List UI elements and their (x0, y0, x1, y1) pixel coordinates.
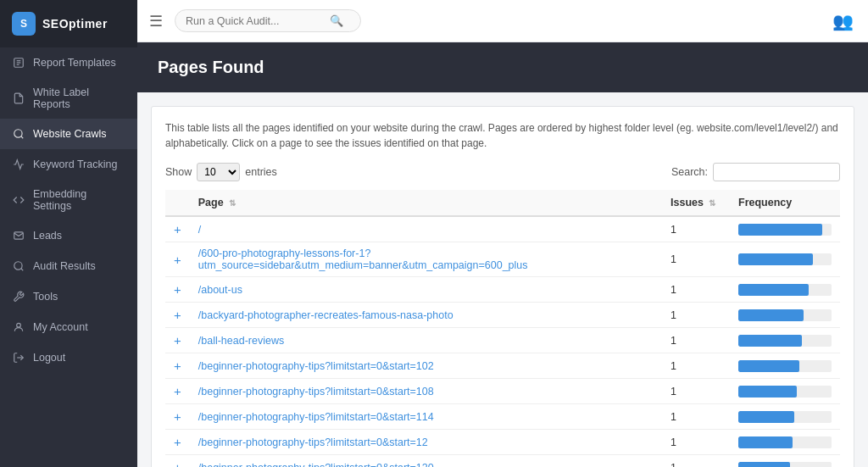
sidebar-item-keyword-tracking[interactable]: Keyword Tracking (0, 149, 137, 180)
freq-bar-0 (738, 224, 822, 236)
page-title: Pages Found (137, 42, 868, 92)
sidebar-item-website-crawls[interactable]: Website Crawls (0, 119, 137, 149)
page-cell-1[interactable]: /600-pro-photography-lessons-for-1?utm_s… (190, 242, 662, 277)
sidebar: S SEOptimer Report Templates White Label… (0, 0, 137, 467)
sidebar-item-tools[interactable]: Tools (0, 281, 137, 312)
main-area: ☰ 🔍 👥 Pages Found This table lists all t… (137, 0, 868, 467)
freq-bar-4 (738, 335, 802, 347)
sidebar-label-report-templates: Report Templates (33, 57, 116, 69)
sidebar-item-white-label-reports[interactable]: White Label Reports (0, 78, 137, 119)
sidebar-label-keyword-tracking: Keyword Tracking (33, 158, 117, 170)
search-input[interactable] (186, 15, 330, 27)
freq-bar-9 (738, 462, 790, 468)
sidebar-logo[interactable]: S SEOptimer (0, 0, 137, 47)
page-cell-3[interactable]: /backyard-photographer-recreates-famous-… (190, 303, 662, 328)
svg-point-7 (14, 262, 22, 270)
page-cell-0[interactable]: / (190, 216, 662, 242)
freq-cell-9 (730, 455, 840, 468)
menu-button[interactable]: ☰ (149, 12, 163, 31)
sidebar-item-leads[interactable]: Leads (0, 220, 137, 251)
table-container: This table lists all the pages identifie… (151, 106, 854, 467)
freq-bar-6 (738, 386, 797, 398)
page-cell-4[interactable]: /ball-head-reviews (190, 328, 662, 353)
expand-button-8[interactable]: + (165, 430, 190, 455)
search-label: Search: (671, 166, 708, 178)
page-cell-2[interactable]: /about-us (190, 277, 662, 303)
sidebar-label-logout: Logout (33, 352, 65, 364)
table-row: + /beginner-photography-tips?limitstart=… (165, 430, 840, 455)
col-issues: Issues ⇅ (662, 190, 730, 216)
description-text: This table lists all the pages identifie… (165, 120, 840, 151)
sidebar-label-white-label-reports: White Label Reports (33, 86, 125, 110)
page-cell-9[interactable]: /beginner-photography-tips?limitstart=0&… (190, 455, 662, 468)
expand-button-4[interactable]: + (165, 328, 190, 353)
issues-cell-5: 1 (662, 353, 730, 379)
svg-point-4 (14, 130, 22, 137)
table-row: + /beginner-photography-tips?limitstart=… (165, 404, 840, 430)
freq-bar-wrapper-8 (738, 436, 832, 448)
sidebar-label-audit-results: Audit Results (33, 260, 96, 272)
page-cell-5[interactable]: /beginner-photography-tips?limitstart=0&… (190, 353, 662, 379)
freq-bar-wrapper-2 (738, 284, 832, 296)
expand-button-9[interactable]: + (165, 455, 190, 468)
freq-cell-0 (730, 216, 840, 242)
freq-bar-1 (738, 253, 813, 265)
sidebar-label-my-account: My Account (33, 321, 88, 333)
sidebar-item-logout[interactable]: Logout (0, 342, 137, 373)
freq-bar-wrapper-6 (738, 386, 832, 398)
user-icon[interactable]: 👥 (829, 8, 856, 35)
expand-button-5[interactable]: + (165, 353, 190, 379)
issues-cell-6: 1 (662, 379, 730, 404)
freq-cell-2 (730, 277, 840, 303)
page-cell-8[interactable]: /beginner-photography-tips?limitstart=0&… (190, 430, 662, 455)
freq-cell-4 (730, 328, 840, 353)
freq-cell-3 (730, 303, 840, 328)
leads-icon (12, 229, 25, 242)
freq-bar-wrapper-4 (738, 335, 832, 347)
issues-cell-1: 1 (662, 242, 730, 277)
expand-button-7[interactable]: + (165, 404, 190, 430)
report-templates-icon (12, 56, 25, 69)
freq-bar-wrapper-3 (738, 309, 832, 321)
entries-select[interactable]: 10 25 50 100 (197, 163, 240, 181)
freq-cell-7 (730, 404, 840, 430)
freq-bar-wrapper-0 (738, 224, 832, 236)
expand-button-1[interactable]: + (165, 242, 190, 277)
freq-cell-8 (730, 430, 840, 455)
issues-cell-2: 1 (662, 277, 730, 303)
freq-bar-wrapper-5 (738, 360, 832, 372)
table-row: + /beginner-photography-tips?limitstart=… (165, 455, 840, 468)
sidebar-label-tools: Tools (33, 291, 58, 303)
sidebar-item-audit-results[interactable]: Audit Results (0, 251, 137, 281)
table-row: + /beginner-photography-tips?limitstart=… (165, 379, 840, 404)
sidebar-item-my-account[interactable]: My Account (0, 312, 137, 342)
expand-button-3[interactable]: + (165, 303, 190, 328)
freq-bar-3 (738, 309, 804, 321)
show-label: Show (165, 166, 192, 178)
sidebar-item-report-templates[interactable]: Report Templates (0, 47, 137, 78)
issues-cell-7: 1 (662, 404, 730, 430)
expand-button-6[interactable]: + (165, 379, 190, 404)
sidebar-item-embedding-settings[interactable]: Embedding Settings (0, 180, 137, 220)
table-body: + / 1 + /600-pro-photography-lessons-for… (165, 216, 840, 467)
table-search-input[interactable] (713, 163, 840, 181)
freq-bar-wrapper-1 (738, 253, 832, 265)
expand-button-2[interactable]: + (165, 277, 190, 303)
expand-button-0[interactable]: + (165, 216, 190, 242)
quick-audit-search[interactable]: 🔍 (175, 9, 361, 32)
freq-bar-8 (738, 436, 793, 448)
logo-icon: S (12, 12, 36, 36)
search-control: Search: (671, 163, 840, 181)
col-frequency: Frequency (730, 190, 840, 216)
freq-cell-6 (730, 379, 840, 404)
table-row: + /backyard-photographer-recreates-famou… (165, 303, 840, 328)
page-cell-6[interactable]: /beginner-photography-tips?limitstart=0&… (190, 379, 662, 404)
svg-point-9 (17, 323, 21, 327)
col-page: Page ⇅ (190, 190, 662, 216)
page-cell-7[interactable]: /beginner-photography-tips?limitstart=0&… (190, 404, 662, 430)
freq-bar-2 (738, 284, 809, 296)
sidebar-label-leads: Leads (33, 230, 62, 242)
freq-bar-wrapper-9 (738, 462, 832, 468)
freq-cell-5 (730, 353, 840, 379)
sidebar-label-embedding-settings: Embedding Settings (33, 188, 125, 212)
